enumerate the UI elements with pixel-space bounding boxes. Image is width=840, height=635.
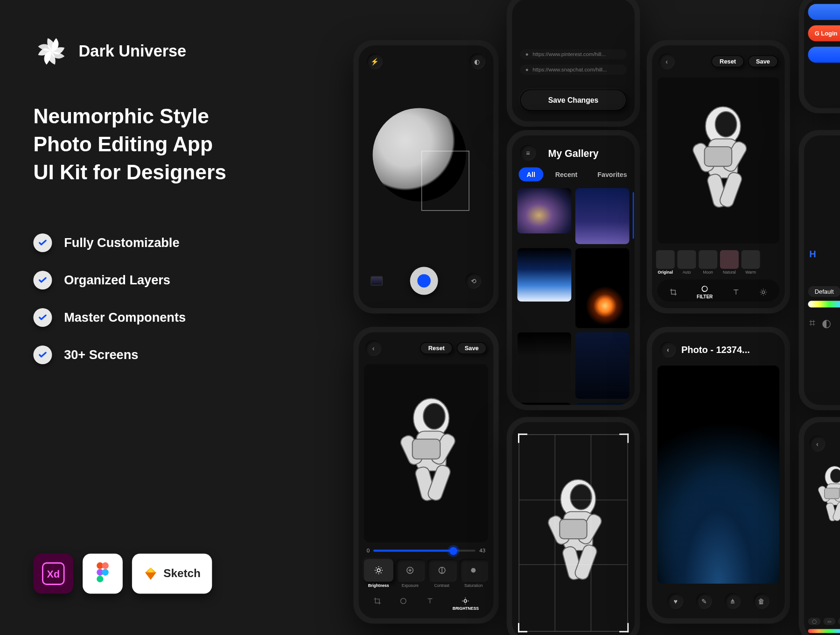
google-login-button[interactable]: G Login xyxy=(808,25,840,41)
svg-point-29 xyxy=(401,598,406,603)
facebook-login-button[interactable] xyxy=(808,4,840,20)
adjust-exposure[interactable]: Exposure xyxy=(396,559,425,587)
tool-filter[interactable]: FILTER xyxy=(697,285,713,299)
menu-icon[interactable]: ≡ xyxy=(520,145,536,161)
gallery-item[interactable] xyxy=(575,248,630,328)
tool-crop[interactable] xyxy=(373,597,381,611)
filter-moon[interactable]: Moon xyxy=(699,250,717,274)
hue-slider[interactable] xyxy=(808,629,840,633)
share-icon[interactable]: ⋔ xyxy=(725,593,741,609)
feature-label: Fully Customizable xyxy=(64,235,179,250)
gallery-item[interactable] xyxy=(518,403,572,405)
crop-frame[interactable] xyxy=(518,434,628,632)
save-changes-button[interactable]: Save Changes xyxy=(520,89,627,111)
edit-icon[interactable]: ✎ xyxy=(696,593,712,609)
tool-filter[interactable] xyxy=(399,597,407,611)
svg-text:Xd: Xd xyxy=(47,569,60,580)
color-spectrum[interactable] xyxy=(808,301,840,307)
url-input[interactable]: ●https://www.snapchat.com/hill... xyxy=(520,65,627,75)
delete-icon[interactable]: 🗑 xyxy=(753,593,769,609)
back-icon[interactable]: ‹ xyxy=(658,53,674,69)
primary-login-button[interactable] xyxy=(808,47,840,63)
screen-fragment: ‹ ◯ ▭ ▭ xyxy=(798,417,840,635)
gallery-item[interactable] xyxy=(518,188,572,233)
gallery-grid[interactable] xyxy=(512,188,635,405)
tool-brightness[interactable]: BRIGHTNESS xyxy=(453,597,479,611)
svg-rect-14 xyxy=(705,147,732,166)
screen-editor-brightness: ‹ Reset Save 0 43 Brightness Exposure Co… xyxy=(353,327,498,624)
svg-rect-46 xyxy=(825,488,840,499)
screen-editor-filter: ‹ Reset Save Original Auto Moon Natural … xyxy=(647,40,790,314)
gallery-thumbnail[interactable] xyxy=(371,276,383,285)
adjust-brightness[interactable]: Brightness xyxy=(364,559,393,587)
contrast-icon[interactable]: ◐ xyxy=(822,317,831,330)
crop-icon[interactable]: ⌗ xyxy=(809,317,815,330)
tab-recent[interactable]: Recent xyxy=(547,168,586,182)
svg-point-6 xyxy=(97,576,103,582)
filter-warm[interactable]: Warm xyxy=(742,250,760,274)
back-icon[interactable]: ‹ xyxy=(660,341,676,357)
screen-settings-save: ●https://www.pinterest.com/hill... ●http… xyxy=(507,0,640,127)
gallery-item[interactable] xyxy=(575,403,630,405)
preset-default[interactable]: Default xyxy=(808,286,840,297)
ratio-pill[interactable]: ▭ xyxy=(838,618,840,625)
flash-icon[interactable]: ⚡ xyxy=(367,53,383,69)
back-icon[interactable]: ‹ xyxy=(809,436,825,452)
svg-point-30 xyxy=(464,600,467,602)
filter-presets: Original Auto Moon Natural Warm xyxy=(652,246,784,275)
gallery-item[interactable] xyxy=(518,332,572,392)
palette-icon[interactable]: ◐ xyxy=(469,53,485,69)
feature-label: Master Components xyxy=(64,310,186,325)
astronaut-image xyxy=(525,465,622,601)
sketch-icon xyxy=(143,566,158,581)
sketch-label: Sketch xyxy=(163,567,201,580)
ratio-pill[interactable]: ◯ xyxy=(808,618,820,625)
brand-name: Dark Universe xyxy=(79,42,187,61)
gallery-item[interactable] xyxy=(518,248,572,301)
slider-value: 43 xyxy=(479,548,485,554)
adjust-contrast[interactable]: Contrast xyxy=(427,559,456,587)
screen-camera: ⚡ ◐ ⟲ xyxy=(353,40,498,314)
tool-crop[interactable] xyxy=(670,288,678,296)
tool-text[interactable] xyxy=(426,597,434,611)
tab-favorites[interactable]: Favorites xyxy=(589,168,635,182)
check-icon xyxy=(33,270,52,289)
pinterest-icon: ● xyxy=(525,51,529,57)
gallery-item[interactable] xyxy=(575,188,630,244)
feature-label: Organized Layers xyxy=(64,273,170,287)
tool-brightness[interactable] xyxy=(759,288,767,296)
check-icon xyxy=(33,345,52,364)
filter-original[interactable]: Original xyxy=(656,250,675,274)
brightness-slider[interactable]: 0 43 xyxy=(359,545,494,556)
hex-label: H xyxy=(809,249,816,260)
gallery-item[interactable] xyxy=(575,332,630,399)
svg-point-16 xyxy=(762,290,764,293)
favorite-icon[interactable]: ♥ xyxy=(668,593,684,609)
snapchat-icon: ● xyxy=(525,67,529,73)
filter-natural[interactable]: Natural xyxy=(720,250,739,274)
url-input[interactable]: ●https://www.pinterest.com/hill... xyxy=(520,49,627,59)
tool-text[interactable] xyxy=(732,288,740,296)
gallery-title: My Gallery xyxy=(548,147,598,158)
sketch-badge: Sketch xyxy=(132,554,212,594)
editor-canvas[interactable] xyxy=(364,364,488,542)
ratio-pill[interactable]: ▭ xyxy=(823,618,835,625)
svg-point-32 xyxy=(570,484,592,509)
editor-canvas[interactable] xyxy=(658,78,779,244)
save-button[interactable]: Save xyxy=(457,342,487,354)
figma-icon xyxy=(83,554,123,594)
shutter-button[interactable] xyxy=(410,267,438,295)
screen-photo-viewer: ‹Photo - 12374... ♥ ✎ ⋔ 🗑 xyxy=(647,327,790,624)
astronaut-image xyxy=(670,92,767,229)
switch-camera-icon[interactable]: ⟲ xyxy=(465,273,481,289)
adjust-saturation[interactable]: Saturation xyxy=(459,559,488,587)
forgot-password-link[interactable]: Forgot xyxy=(808,68,840,74)
earth-image[interactable] xyxy=(658,366,779,584)
tab-all[interactable]: All xyxy=(518,168,543,182)
filter-auto[interactable]: Auto xyxy=(677,250,696,274)
reset-button[interactable]: Reset xyxy=(712,56,744,68)
reset-button[interactable]: Reset xyxy=(420,342,453,354)
save-button[interactable]: Save xyxy=(748,56,778,68)
focus-rectangle[interactable] xyxy=(421,151,469,211)
back-icon[interactable]: ‹ xyxy=(365,340,381,356)
